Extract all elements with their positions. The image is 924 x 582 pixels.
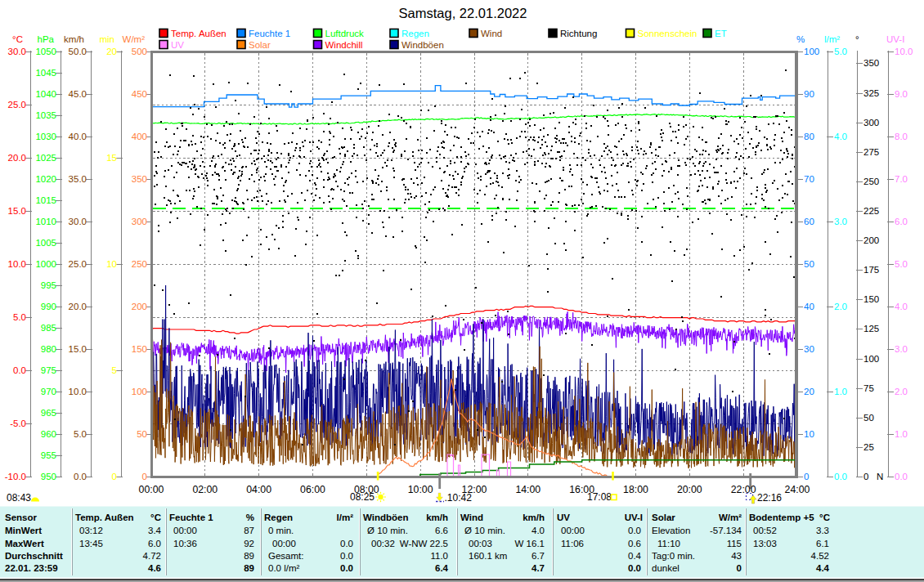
svg-text:W/m²: W/m² — [719, 513, 742, 522]
svg-text:00:32: 00:32 — [371, 539, 395, 548]
svg-text:Solar: Solar — [652, 513, 675, 522]
svg-text:Ø 10 min.: Ø 10 min. — [367, 526, 408, 535]
svg-text:6.0: 6.0 — [895, 217, 908, 226]
svg-text:0.0: 0.0 — [628, 563, 641, 573]
svg-text:995: 995 — [41, 280, 56, 290]
svg-text:1050: 1050 — [35, 47, 56, 56]
svg-text:km/h: km/h — [523, 513, 545, 522]
svg-text:6.0: 6.0 — [148, 539, 161, 548]
svg-text:1025: 1025 — [35, 153, 56, 163]
svg-text:Windböen: Windböen — [401, 40, 444, 50]
svg-text:2.0: 2.0 — [834, 302, 847, 311]
svg-text:50: 50 — [804, 259, 814, 269]
svg-text:04:00: 04:00 — [246, 484, 271, 495]
svg-text:0.0: 0.0 — [628, 526, 641, 535]
svg-text:5.0: 5.0 — [895, 259, 908, 269]
svg-text:3.4: 3.4 — [148, 526, 162, 535]
svg-text:10: 10 — [106, 259, 117, 269]
svg-text:0.0: 0.0 — [895, 472, 908, 481]
svg-text:Richtung: Richtung — [560, 29, 597, 38]
svg-text:Windchill: Windchill — [325, 40, 363, 50]
svg-text:60: 60 — [804, 217, 814, 226]
svg-text:20: 20 — [804, 387, 814, 396]
svg-text:08:25: 08:25 — [350, 491, 375, 503]
svg-text:100: 100 — [804, 47, 819, 56]
svg-text:10:36: 10:36 — [173, 539, 197, 548]
svg-text:985: 985 — [41, 323, 56, 333]
svg-text:0: 0 — [863, 472, 868, 481]
svg-text:970: 970 — [41, 387, 56, 396]
svg-text:13:03: 13:03 — [753, 539, 777, 548]
svg-text:Luftdruck: Luftdruck — [325, 29, 365, 38]
svg-text:250: 250 — [132, 259, 147, 269]
svg-text:100: 100 — [863, 354, 879, 364]
svg-text:1.0: 1.0 — [834, 387, 847, 396]
svg-text:300: 300 — [863, 118, 879, 128]
svg-text:10.0: 10.0 — [69, 387, 87, 396]
svg-text:Ø 10 min.: Ø 10 min. — [464, 526, 505, 535]
svg-text:7.0: 7.0 — [895, 174, 908, 184]
svg-text:955: 955 — [41, 450, 56, 460]
svg-text:4.0: 4.0 — [532, 526, 545, 535]
svg-text:Wind: Wind — [460, 513, 483, 522]
svg-text:Sensor: Sensor — [5, 513, 38, 522]
svg-text:10.0: 10.0 — [895, 47, 913, 56]
svg-text:Elevation: Elevation — [652, 526, 690, 535]
svg-text:10: 10 — [804, 429, 814, 439]
svg-text:N: N — [877, 472, 883, 481]
svg-text:22.01. 23:59: 22.01. 23:59 — [5, 563, 58, 573]
svg-text:200: 200 — [863, 235, 879, 245]
svg-text:4.52: 4.52 — [811, 551, 829, 561]
svg-text:Gesamt:: Gesamt: — [268, 551, 303, 561]
svg-text:-5.0: -5.0 — [10, 419, 26, 428]
svg-text:200: 200 — [132, 302, 147, 311]
svg-text:150: 150 — [863, 294, 879, 304]
svg-text:UV-I: UV-I — [625, 513, 643, 522]
svg-text:%: % — [796, 34, 805, 44]
svg-text:14:00: 14:00 — [515, 484, 540, 495]
svg-text:MaxWert: MaxWert — [5, 539, 44, 548]
svg-text:8.0: 8.0 — [895, 132, 908, 141]
svg-text:Regen: Regen — [264, 513, 293, 522]
svg-text:22:16: 22:16 — [757, 492, 782, 504]
svg-text:950: 950 — [41, 472, 56, 481]
svg-text:°: ° — [855, 34, 859, 44]
svg-text:20: 20 — [106, 47, 117, 56]
svg-text:°C: °C — [819, 513, 830, 522]
svg-text:11:10: 11:10 — [657, 539, 680, 548]
svg-text:965: 965 — [41, 408, 56, 418]
svg-text:Solar: Solar — [249, 40, 271, 50]
svg-text:0: 0 — [142, 472, 147, 481]
svg-text:dunkel: dunkel — [652, 563, 680, 573]
svg-text:960: 960 — [41, 429, 56, 439]
svg-text:1035: 1035 — [35, 110, 56, 120]
svg-text:°C: °C — [150, 513, 161, 522]
svg-text:20:00: 20:00 — [677, 484, 702, 495]
svg-text:00:52: 00:52 — [753, 526, 777, 535]
svg-text:13:45: 13:45 — [79, 539, 103, 548]
svg-text:975: 975 — [41, 365, 56, 375]
svg-text:km/h: km/h — [64, 34, 84, 44]
svg-text:4.6: 4.6 — [148, 563, 161, 573]
svg-text:min: min — [99, 34, 114, 44]
svg-text:4.72: 4.72 — [143, 551, 161, 561]
svg-text:11.0: 11.0 — [430, 551, 448, 561]
svg-text:0 min.: 0 min. — [268, 526, 294, 535]
svg-text:08:43: 08:43 — [7, 492, 31, 504]
svg-text:UV: UV — [557, 513, 570, 522]
svg-text:5: 5 — [112, 365, 117, 375]
svg-text:25.0: 25.0 — [8, 100, 26, 110]
svg-text:25: 25 — [863, 442, 874, 452]
svg-text:15.0: 15.0 — [69, 344, 87, 354]
svg-text:350: 350 — [132, 174, 147, 184]
svg-text:75: 75 — [863, 383, 874, 393]
svg-text:400: 400 — [132, 132, 147, 141]
svg-text:10:00: 10:00 — [408, 484, 433, 495]
svg-text:10.0: 10.0 — [8, 259, 26, 269]
svg-text:80: 80 — [804, 132, 814, 141]
svg-text:1010: 1010 — [35, 217, 56, 226]
svg-text:1030: 1030 — [35, 132, 56, 141]
svg-text:3.0: 3.0 — [834, 217, 847, 226]
svg-text:-10.0: -10.0 — [5, 472, 26, 481]
svg-text:00:00: 00:00 — [561, 526, 585, 535]
